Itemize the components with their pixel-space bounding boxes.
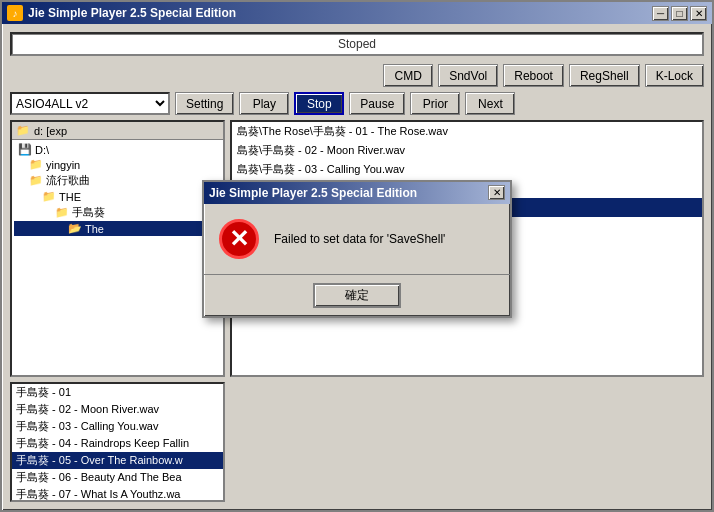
title-bar: ♪ Jie Simple Player 2.5 Special Edition … [2, 2, 712, 24]
title-buttons: ─ □ ✕ [652, 6, 707, 21]
now-playing-list: 手島葵 - 01 手島葵 - 02 - Moon River.wav 手島葵 -… [10, 382, 225, 502]
klock-button[interactable]: K-Lock [645, 64, 704, 87]
minimize-button[interactable]: ─ [652, 6, 669, 21]
next-button[interactable]: Next [465, 92, 515, 115]
reboot-button[interactable]: Reboot [503, 64, 564, 87]
stop-button[interactable]: Stop [294, 92, 344, 115]
now-playing-item[interactable]: 手島葵 - 07 - What Is A Youthz.wa [12, 486, 223, 502]
content-area: Stoped CMD SndVol Reboot RegShell K-Lock… [2, 24, 712, 510]
modal-body: ✕ Failed to set data for 'SaveShell' [204, 204, 510, 274]
now-playing-item-active[interactable]: 手島葵 - 05 - Over The Rainbow.w [12, 452, 223, 469]
status-bar: Stoped [10, 32, 704, 56]
audio-device-select[interactable]: ASIO4ALL v2 Default DirectSound [10, 92, 170, 115]
now-playing-item[interactable]: 手島葵 - 01 [12, 384, 223, 401]
now-playing-item[interactable]: 手島葵 - 03 - Calling You.wav [12, 418, 223, 435]
title-bar-left: ♪ Jie Simple Player 2.5 Special Edition [7, 5, 236, 21]
regshell-button[interactable]: RegShell [569, 64, 640, 87]
now-playing-item[interactable]: 手島葵 - 06 - Beauty And The Bea [12, 469, 223, 486]
cmd-button[interactable]: CMD [383, 64, 433, 87]
pause-button[interactable]: Pause [349, 92, 405, 115]
error-icon: ✕ [219, 219, 259, 259]
sndvol-button[interactable]: SndVol [438, 64, 498, 87]
main-window: ♪ Jie Simple Player 2.5 Special Edition … [0, 0, 714, 512]
maximize-button[interactable]: □ [671, 6, 688, 21]
main-area: 📁 d: [exp 💾 D:\ 📁 yingyin 📁 流行歌曲 [10, 120, 704, 377]
top-controls-row: CMD SndVol Reboot RegShell K-Lock [10, 64, 704, 87]
play-button[interactable]: Play [239, 92, 289, 115]
window-title: Jie Simple Player 2.5 Special Edition [28, 6, 236, 20]
transport-row: ASIO4ALL v2 Default DirectSound Setting … [10, 92, 704, 115]
modal-footer: 確定 [204, 274, 510, 316]
close-button[interactable]: ✕ [690, 6, 707, 21]
modal-ok-button[interactable]: 確定 [313, 283, 401, 308]
app-icon: ♪ [7, 5, 23, 21]
now-playing-item[interactable]: 手島葵 - 04 - Raindrops Keep Fallin [12, 435, 223, 452]
status-text: Stoped [338, 37, 376, 51]
modal-title: Jie Simple Player 2.5 Special Edition [209, 186, 417, 200]
now-playing-item[interactable]: 手島葵 - 02 - Moon River.wav [12, 401, 223, 418]
error-dialog: Jie Simple Player 2.5 Special Edition ✕ … [202, 180, 512, 318]
prior-button[interactable]: Prior [410, 92, 460, 115]
setting-button[interactable]: Setting [175, 92, 234, 115]
modal-overlay: Jie Simple Player 2.5 Special Edition ✕ … [10, 120, 704, 377]
modal-message: Failed to set data for 'SaveShell' [274, 232, 495, 246]
modal-title-bar: Jie Simple Player 2.5 Special Edition ✕ [204, 182, 510, 204]
modal-close-button[interactable]: ✕ [488, 185, 505, 200]
